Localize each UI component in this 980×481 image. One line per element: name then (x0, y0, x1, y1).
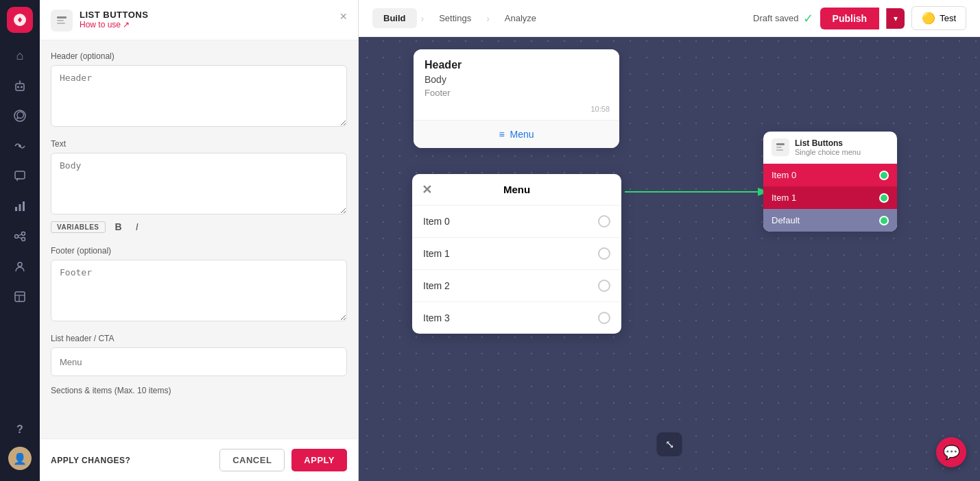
connector-arrow (625, 178, 782, 206)
svg-rect-26 (776, 147, 782, 148)
table-icon[interactable] (7, 284, 33, 310)
menu-close-icon[interactable]: ✕ (422, 182, 432, 197)
test-button[interactable]: 🟡 Test (911, 6, 966, 30)
menu-list-icon: ≡ (499, 129, 504, 140)
svg-point-7 (19, 145, 21, 147)
publish-button[interactable]: Publish (820, 8, 880, 29)
topbar-nav: Build › Settings › Analyze (372, 8, 547, 28)
text-field-label: Text (51, 139, 347, 149)
radio-item-3[interactable] (598, 312, 610, 324)
menu-item-1[interactable]: Item 1 (412, 238, 621, 270)
panel-type-icon (51, 10, 73, 32)
chat-bubble: Header Body Footer (414, 49, 619, 102)
node-item-0[interactable]: Item 0 (763, 164, 897, 186)
draft-check-icon: ✓ (803, 11, 813, 26)
chat-header-text: Header (425, 59, 608, 71)
how-to-use-link[interactable]: How to use ↗ (80, 20, 148, 29)
chat-time: 10:58 (414, 102, 619, 120)
svg-rect-18 (15, 292, 25, 301)
svg-rect-21 (57, 16, 67, 18)
svg-rect-25 (776, 143, 785, 145)
list-header-label: List header / CTA (51, 334, 347, 343)
canvas[interactable]: Build › Settings › Analyze Draft saved ✓… (359, 0, 980, 481)
analyze-tab[interactable]: Analyze (494, 8, 547, 28)
chat-support-button[interactable]: 💬 (936, 437, 966, 467)
svg-rect-27 (776, 149, 783, 151)
svg-rect-8 (15, 171, 25, 179)
nav-chevron-1: › (421, 13, 425, 24)
zoom-icon: ⤡ (665, 438, 674, 451)
menu-dropdown: ✕ Menu Item 0 Item 1 Item 2 Item 3 (412, 174, 621, 334)
menu-item-2[interactable]: Item 2 (412, 270, 621, 302)
svg-point-5 (19, 81, 21, 82)
panel-footer-bar: APPLY CHANGES? CANCEL APPLY (40, 439, 358, 481)
radio-item-0[interactable] (598, 215, 610, 227)
node-dot-default[interactable] (879, 216, 889, 225)
home-icon[interactable]: ⌂ (7, 42, 33, 69)
analytics-icon[interactable] (7, 193, 33, 219)
list-header-input[interactable] (51, 347, 347, 376)
text-toolbar: VARIABLES B I (51, 217, 347, 236)
chat-icon[interactable] (7, 163, 33, 189)
topbar: Build › Settings › Analyze Draft saved ✓… (359, 0, 980, 37)
header-field-label: Header (optional) (51, 51, 347, 61)
svg-line-16 (19, 237, 22, 238)
header-input[interactable] (51, 65, 347, 127)
svg-point-13 (22, 232, 25, 236)
whatsapp-icon[interactable] (7, 103, 33, 129)
sections-label: Sections & items (Max. 10 items) (51, 386, 347, 395)
footer-actions: CANCEL APPLY (219, 449, 347, 471)
node-dot-1[interactable] (879, 193, 889, 203)
nav-chevron-2: › (486, 13, 490, 24)
footer-field-group: Footer (optional) (51, 246, 347, 324)
menu-header: ✕ Menu (412, 174, 621, 206)
svg-rect-22 (57, 20, 64, 21)
node-dot-0[interactable] (879, 171, 889, 180)
chat-body-text: Body (425, 74, 608, 85)
node-item-default[interactable]: Default (763, 209, 897, 232)
svg-rect-23 (57, 23, 65, 24)
settings-tab[interactable]: Settings (428, 8, 482, 28)
node-item-1[interactable]: Item 1 (763, 186, 897, 209)
header-field-group: Header (optional) (51, 51, 347, 130)
integration-icon[interactable] (7, 223, 33, 249)
sidebar: ⌂ ? 👤 (0, 0, 40, 481)
italic-button[interactable]: I (132, 220, 143, 234)
variables-button[interactable]: VARIABLES (51, 221, 106, 233)
apply-button[interactable]: APPLY (291, 449, 347, 471)
chat-card: Header Body Footer 10:58 ≡ Menu (414, 49, 619, 148)
menu-item-3[interactable]: Item 3 (412, 302, 621, 334)
broadcast-icon[interactable] (7, 133, 33, 159)
svg-point-14 (22, 238, 25, 241)
bot-icon[interactable] (7, 73, 33, 99)
node-title: List Buttons (795, 138, 861, 148)
text-input[interactable] (51, 153, 347, 214)
user-avatar[interactable]: 👤 (8, 447, 32, 470)
node-subtitle: Single choice menu (795, 148, 861, 156)
publish-dropdown-button[interactable]: ▾ (886, 8, 905, 29)
help-icon[interactable]: ? (7, 417, 33, 443)
draft-saved-text: Draft saved (753, 13, 798, 23)
panel-close-button[interactable]: × (339, 10, 347, 24)
contacts-icon[interactable] (7, 254, 33, 280)
logo-icon[interactable] (7, 7, 33, 33)
footer-field-label: Footer (optional) (51, 246, 347, 256)
node-type-icon (772, 138, 789, 156)
radio-item-1[interactable] (598, 247, 610, 260)
zoom-control[interactable]: ⤡ (657, 432, 682, 456)
bold-button[interactable]: B (111, 220, 126, 234)
panel-header: LIST BUTTONS How to use ↗ × (40, 0, 358, 40)
svg-rect-1 (16, 84, 24, 90)
topbar-right: Draft saved ✓ Publish ▾ 🟡 Test (753, 6, 966, 30)
build-tab[interactable]: Build (372, 8, 417, 28)
list-header-field-group: List header / CTA (51, 334, 347, 376)
cancel-button[interactable]: CANCEL (219, 449, 285, 471)
svg-point-3 (21, 86, 23, 88)
radio-item-2[interactable] (598, 280, 610, 292)
panel-header-left: LIST BUTTONS How to use ↗ (51, 10, 148, 32)
chat-menu-button[interactable]: ≡ Menu (414, 120, 619, 148)
footer-input[interactable] (51, 260, 347, 321)
menu-title: Menu (503, 184, 530, 195)
node-header: List Buttons Single choice menu (763, 132, 897, 164)
menu-item-0[interactable]: Item 0 (412, 206, 621, 238)
